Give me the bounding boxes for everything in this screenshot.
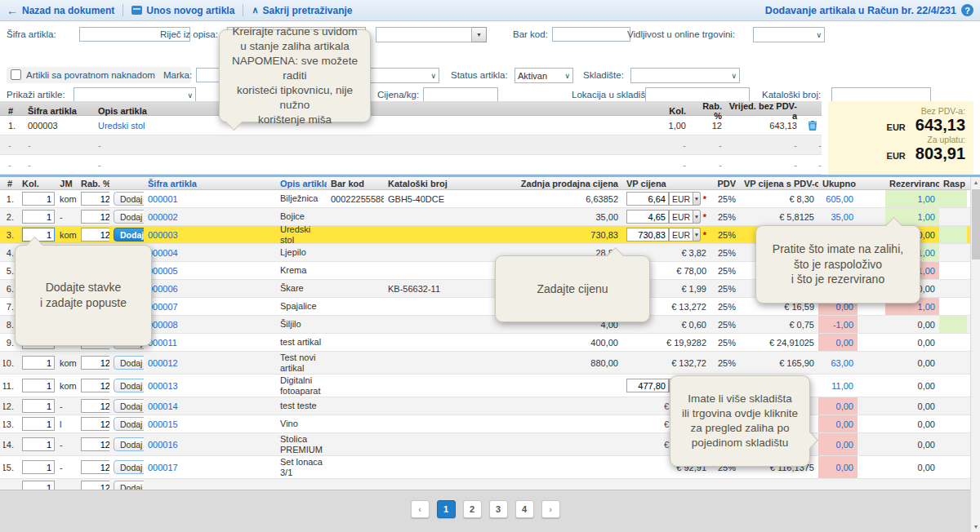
- hide-search-link[interactable]: ∧ Sakrij pretraživanje: [252, 5, 352, 16]
- returnable-fee-label: Artikli sa povratnom naknadom: [26, 70, 155, 80]
- chevron-down-icon[interactable]: ▼: [693, 192, 701, 206]
- empty-cell: -: [689, 160, 725, 170]
- warehouse-select[interactable]: ∨: [630, 68, 740, 83]
- discount-input[interactable]: [81, 481, 109, 490]
- page-button-4[interactable]: 4: [515, 500, 534, 518]
- article-code-link[interactable]: 000014: [144, 397, 276, 415]
- article-code-link[interactable]: 000006: [144, 280, 276, 297]
- combobox-field[interactable]: [376, 27, 472, 42]
- barcode-input[interactable]: [552, 27, 630, 42]
- warehouse-location-input[interactable]: [645, 87, 750, 102]
- discount-input[interactable]: [81, 210, 109, 224]
- page-button-3[interactable]: 3: [489, 500, 508, 518]
- add-button[interactable]: Dodaj: [114, 399, 144, 413]
- discount-input[interactable]: [81, 192, 109, 206]
- row-num: 15.: [3, 456, 18, 478]
- wholesale-price-input[interactable]: [626, 192, 669, 206]
- supplier-combobox[interactable]: ▼: [376, 27, 487, 42]
- help-icon[interactable]: ?: [961, 4, 973, 16]
- add-cell: Dodaj: [109, 415, 144, 432]
- discount-input[interactable]: [81, 228, 109, 242]
- currency-select[interactable]: EUR: [669, 192, 693, 206]
- quantity-input[interactable]: [22, 356, 55, 370]
- article-code-link[interactable]: 000007: [144, 298, 276, 315]
- page-button-2[interactable]: 2: [463, 500, 482, 518]
- quantity-input[interactable]: [22, 417, 55, 431]
- quantity-input[interactable]: [22, 210, 55, 224]
- last-sale-price: [511, 375, 622, 397]
- back-to-document-link[interactable]: ← Nazad na dokument: [7, 4, 114, 17]
- available-cell: [939, 456, 967, 478]
- article-code-link[interactable]: 000001: [144, 190, 276, 207]
- quantity-input[interactable]: [22, 460, 55, 474]
- wholesale-price-input[interactable]: [626, 379, 669, 392]
- wholesale-price-input[interactable]: [626, 210, 669, 224]
- trash-icon[interactable]: [808, 120, 817, 131]
- new-article-link[interactable]: Unos novog artikla: [131, 5, 234, 16]
- bottom-bar: ‹1234›: [0, 490, 970, 532]
- currency-select[interactable]: EUR: [669, 228, 693, 242]
- add-button[interactable]: Dodaj: [114, 379, 144, 392]
- catalog-number-input[interactable]: [831, 87, 931, 102]
- chevron-down-icon[interactable]: ▼: [693, 210, 701, 224]
- vertical-scrollbar[interactable]: ▲ ▼: [970, 177, 980, 532]
- quantity-input[interactable]: [22, 481, 55, 490]
- quantity-input[interactable]: [22, 437, 55, 451]
- article-code-link[interactable]: 000004: [144, 244, 276, 261]
- barcode-value: [327, 244, 384, 261]
- scrollbar-thumb[interactable]: [972, 189, 980, 259]
- delete-item-button[interactable]: [800, 120, 825, 131]
- article-code-link[interactable]: 000015: [144, 415, 276, 432]
- article-code-link[interactable]: 000011: [144, 334, 276, 351]
- article-code-link[interactable]: 000016: [144, 433, 276, 455]
- article-code-link[interactable]: [144, 479, 276, 490]
- next-page-button[interactable]: ›: [541, 500, 560, 518]
- price-per-kg-input[interactable]: [423, 87, 498, 102]
- currency-select[interactable]: EUR: [669, 210, 693, 224]
- chevron-down-icon[interactable]: ▼: [693, 228, 701, 242]
- table-row: 15.-Dodaj000017Set lonaca 3/1€ 92,9125%€…: [0, 456, 970, 479]
- quantity-input[interactable]: [22, 379, 55, 392]
- article-code-link[interactable]: 000005: [144, 262, 276, 279]
- article-code-link[interactable]: 000002: [144, 208, 276, 225]
- quantity-cell: [18, 415, 56, 432]
- article-code-link[interactable]: 000012: [144, 352, 276, 374]
- article-code-link[interactable]: 000008: [144, 316, 276, 333]
- discount-input[interactable]: [81, 460, 109, 474]
- chevron-down-icon[interactable]: ▼: [472, 27, 487, 42]
- add-button[interactable]: Dodaj: [114, 356, 144, 370]
- article-description: Krema: [276, 262, 327, 279]
- add-button[interactable]: Dodaj: [114, 228, 144, 242]
- brand-select[interactable]: ∨: [366, 68, 439, 83]
- row-num: 2.: [3, 208, 18, 225]
- scroll-up-icon[interactable]: ▲: [971, 177, 980, 188]
- add-button[interactable]: Dodaj: [114, 460, 144, 474]
- quantity-input[interactable]: [22, 192, 55, 206]
- discount-input[interactable]: [81, 379, 109, 392]
- quantity-input[interactable]: [22, 399, 55, 413]
- prev-page-button[interactable]: ‹: [411, 500, 430, 518]
- discount-input[interactable]: [81, 437, 109, 451]
- add-button[interactable]: Dodaj: [114, 417, 144, 431]
- online-visibility-select[interactable]: ∨: [753, 27, 825, 42]
- discount-input[interactable]: [81, 417, 109, 431]
- article-code-link[interactable]: 000003: [144, 226, 276, 243]
- add-button[interactable]: Dodaj: [114, 481, 144, 490]
- scroll-down-icon[interactable]: ▼: [971, 521, 980, 532]
- col-article-code-sort[interactable]: Šifra artikla: [144, 179, 276, 188]
- article-code-link[interactable]: 000013: [144, 375, 276, 397]
- spacer-cell: [858, 375, 885, 397]
- add-button[interactable]: Dodaj: [114, 192, 144, 206]
- returnable-fee-checkbox[interactable]: [11, 69, 21, 80]
- box-icon: [131, 6, 142, 15]
- add-button[interactable]: Dodaj: [114, 210, 144, 224]
- discount-input[interactable]: [81, 399, 109, 413]
- article-code-link[interactable]: 000017: [144, 456, 276, 478]
- col-article-description-sort[interactable]: Opis artikla: [276, 179, 327, 188]
- article-status-select[interactable]: Aktivan∨: [514, 68, 573, 83]
- add-button[interactable]: Dodaj: [114, 437, 144, 451]
- discount-input[interactable]: [81, 356, 109, 370]
- page-button-1[interactable]: 1: [437, 500, 456, 518]
- price-with-vat-value: [740, 479, 818, 490]
- wholesale-price-input[interactable]: [626, 228, 669, 242]
